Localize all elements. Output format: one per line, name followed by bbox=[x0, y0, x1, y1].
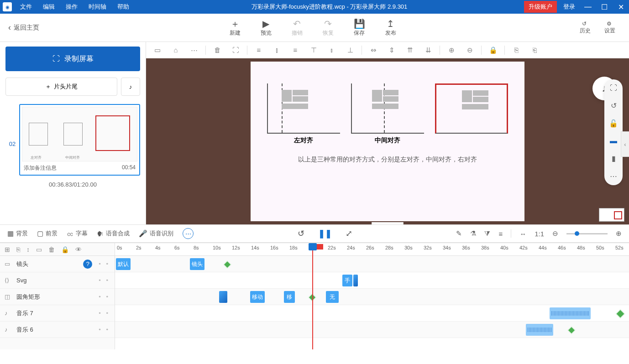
record-button[interactable]: ⛶ 录制屏幕 bbox=[5, 47, 140, 71]
intro-outro-button[interactable]: ＋ 片头片尾 bbox=[5, 78, 117, 96]
keyframe[interactable] bbox=[224, 261, 231, 269]
add-keyframe[interactable] bbox=[616, 309, 625, 318]
clip-move[interactable]: 移动 bbox=[250, 291, 265, 303]
track-camera[interactable]: ▭镜头?• • bbox=[0, 256, 115, 272]
dist-h-icon[interactable]: ⇔ bbox=[365, 44, 382, 57]
menu-file[interactable]: 文件 bbox=[15, 3, 37, 11]
adjust-icon[interactable]: ≡ bbox=[498, 230, 503, 238]
paste-icon[interactable]: ⎗ bbox=[526, 44, 543, 57]
minimize-button[interactable]: — bbox=[580, 3, 596, 11]
expand-chevron-icon[interactable]: ⌄ bbox=[372, 222, 404, 224]
edge-tab[interactable]: ‹ bbox=[621, 131, 629, 157]
clip-audio6[interactable] bbox=[526, 324, 553, 336]
preview-button[interactable]: ▶预览 bbox=[261, 18, 272, 37]
track-row-camera[interactable]: 默认 镜头 bbox=[115, 256, 629, 272]
copy-icon[interactable]: ⎘ bbox=[508, 44, 525, 57]
new-button[interactable]: ＋新建 bbox=[230, 18, 241, 37]
crop-icon[interactable]: ⛶ bbox=[227, 44, 244, 57]
track-music7[interactable]: ♪音乐 7• • bbox=[0, 305, 115, 322]
upgrade-button[interactable]: 升级账户 bbox=[524, 1, 557, 13]
zoom-slider[interactable] bbox=[566, 233, 608, 234]
hand-icon[interactable]: ↺ bbox=[611, 101, 617, 110]
fullscreen-icon[interactable]: ⛶ bbox=[610, 84, 617, 92]
close-button[interactable]: ✕ bbox=[613, 3, 629, 11]
phone-icon[interactable]: ▮ bbox=[612, 154, 616, 163]
filter-icon[interactable]: ⧩ bbox=[484, 229, 490, 238]
zoom-out-icon[interactable]: ⊖ bbox=[461, 44, 478, 57]
lock-all-icon[interactable]: 🔒 bbox=[61, 246, 69, 253]
thumbnail-note[interactable]: 添加备注信息 bbox=[24, 164, 57, 172]
zoom-in-icon[interactable]: ⊕ bbox=[443, 44, 460, 57]
trash-icon[interactable]: 🗑 bbox=[48, 246, 55, 253]
align-left-icon[interactable]: ≡ bbox=[250, 44, 267, 57]
align-right-icon[interactable]: ≡ bbox=[287, 44, 304, 57]
folder-icon[interactable]: ⎘ bbox=[16, 246, 20, 253]
tab-asr[interactable]: 🎤语音识别 bbox=[139, 229, 173, 238]
history-button[interactable]: ↺历史 bbox=[578, 21, 591, 35]
music-button[interactable]: ♪ bbox=[121, 78, 140, 96]
mixer-icon[interactable]: ⚗ bbox=[470, 229, 476, 238]
mini-preview[interactable] bbox=[599, 208, 624, 222]
clip-rect1[interactable] bbox=[219, 291, 227, 303]
home-icon[interactable]: ⌂ bbox=[167, 44, 184, 57]
fit-icon[interactable]: ↔ bbox=[519, 230, 526, 238]
undo-button[interactable]: ↶撤销 bbox=[292, 18, 303, 37]
playhead[interactable] bbox=[312, 243, 313, 349]
clip-audio7[interactable] bbox=[550, 307, 591, 319]
monitor-icon[interactable]: ▬ bbox=[610, 137, 617, 145]
layer-up-icon[interactable]: ⇈ bbox=[401, 44, 419, 57]
track-rect[interactable]: ◫圆角矩形• • bbox=[0, 289, 115, 305]
timeline-content[interactable]: 0s2s4s6s8s10s12s14s16s18s20s22s24s26s28s… bbox=[115, 243, 629, 349]
tab-more[interactable]: ⋯ bbox=[183, 228, 194, 239]
save-button[interactable]: 💾保存 bbox=[354, 18, 365, 37]
menu-edit[interactable]: 编辑 bbox=[37, 3, 60, 11]
dots-icon[interactable]: ⋯ bbox=[610, 172, 617, 181]
track-row-music6[interactable] bbox=[115, 322, 629, 338]
expand-icon[interactable]: ⤢ bbox=[346, 229, 352, 239]
layer-down-icon[interactable]: ⇊ bbox=[419, 44, 437, 57]
tab-tts[interactable]: 🗣语音合成 bbox=[97, 229, 130, 238]
tab-background[interactable]: ▦背景 bbox=[7, 229, 28, 238]
delete-icon[interactable]: 🗑 bbox=[209, 44, 226, 57]
menu-timeline[interactable]: 时间轴 bbox=[83, 3, 112, 11]
timeline-ruler[interactable]: 0s2s4s6s8s10s12s14s16s18s20s22s24s26s28s… bbox=[115, 243, 629, 256]
rewind-icon[interactable]: ↺ bbox=[298, 229, 304, 239]
clip-move2[interactable]: 移 bbox=[284, 291, 295, 303]
clip-none[interactable]: 无 bbox=[326, 291, 339, 303]
zoom-in-tl-icon[interactable]: ⊕ bbox=[616, 229, 622, 238]
menu-action[interactable]: 操作 bbox=[60, 3, 83, 11]
track-row-svg[interactable]: 手 bbox=[115, 272, 629, 289]
align-top-icon[interactable]: ⊤ bbox=[305, 44, 322, 57]
dist-v-icon[interactable]: ⇕ bbox=[383, 44, 400, 57]
collapse-icon[interactable]: ▭ bbox=[36, 246, 42, 253]
clip-shot[interactable]: 镜头 bbox=[190, 258, 204, 270]
clip-default[interactable]: 默认 bbox=[116, 258, 131, 270]
settings-button[interactable]: ⚙设置 bbox=[603, 21, 615, 35]
sort-icon[interactable]: ↕ bbox=[26, 246, 30, 253]
clip-svg-grad[interactable] bbox=[353, 275, 358, 286]
unlock-icon[interactable]: 🔓 bbox=[609, 119, 618, 128]
tab-foreground[interactable]: ▢前景 bbox=[37, 229, 58, 238]
canvas-viewport[interactable]: 左对齐 中间对齐 bbox=[146, 58, 629, 224]
tab-subtitle[interactable]: ㏄字幕 bbox=[67, 229, 88, 238]
keyframe[interactable] bbox=[568, 327, 576, 334]
lock-icon[interactable]: 🔒 bbox=[484, 44, 502, 57]
back-button[interactable]: ‹ 返回主页 bbox=[0, 23, 47, 32]
align-middle-icon[interactable]: ⫾ bbox=[323, 44, 341, 57]
thumbnail-card[interactable]: 左对齐 中间对齐 添加备注信息 00:54 bbox=[19, 104, 140, 176]
maximize-button[interactable]: ☐ bbox=[596, 3, 613, 11]
align-center-h-icon[interactable]: ⫿ bbox=[268, 44, 286, 57]
track-svg[interactable]: ⟨⟩Svg• • bbox=[0, 272, 115, 289]
edit-icon[interactable]: ✎ bbox=[456, 229, 462, 238]
publish-button[interactable]: ↥发布 bbox=[385, 18, 396, 37]
more-icon[interactable]: ⋯ bbox=[185, 44, 203, 57]
help-icon[interactable]: ? bbox=[83, 260, 92, 269]
pointer-icon[interactable]: ▭ bbox=[149, 44, 166, 57]
login-button[interactable]: 登录 bbox=[559, 3, 580, 11]
menu-help[interactable]: 帮助 bbox=[112, 3, 135, 11]
redo-button[interactable]: ↷恢复 bbox=[323, 18, 334, 37]
track-music6[interactable]: ♪音乐 6• • bbox=[0, 322, 115, 338]
clip-hand[interactable]: 手 bbox=[342, 275, 352, 286]
zoom-out-tl-icon[interactable]: ⊖ bbox=[552, 229, 558, 238]
align-bottom-icon[interactable]: ⊥ bbox=[341, 44, 359, 57]
